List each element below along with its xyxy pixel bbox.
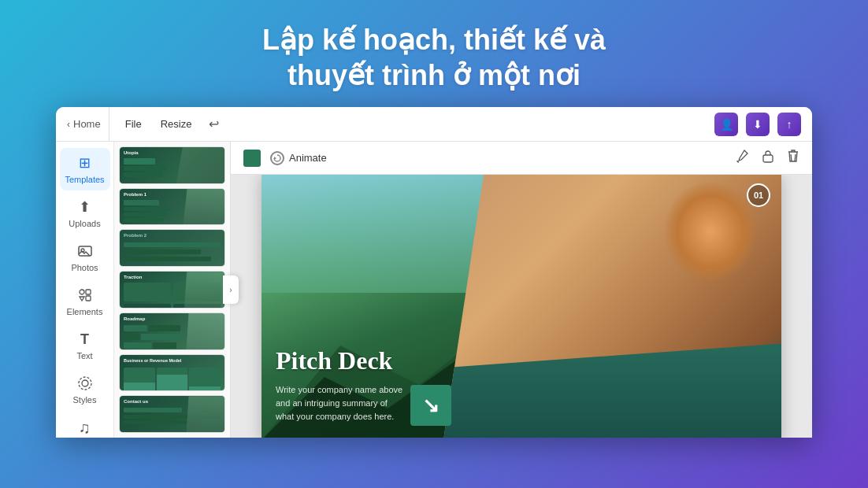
text-label: Text: [76, 351, 92, 360]
top-navbar: ‹ Home File Resize ↩ 👤 ⬇ ↑: [56, 107, 812, 142]
hero-section: Lập kế hoạch, thiết kế và thuyết trình ở…: [247, 0, 621, 107]
hero-title: Lập kế hoạch, thiết kế và thuyết trình ở…: [262, 22, 606, 93]
template-thumb-4[interactable]: Traction ↘: [119, 271, 225, 309]
user-icon-button[interactable]: 👤: [714, 113, 738, 136]
templates-label: Templates: [65, 175, 104, 184]
template-thumb-2[interactable]: Problem 1 ↘: [119, 188, 225, 226]
template-thumb-7[interactable]: Contact us ↘: [119, 395, 225, 433]
slide-text-overlay: Pitch Deck Write your company name above…: [262, 331, 547, 438]
slide-thumb-label-4: Traction: [124, 275, 142, 279]
panel-expand-button[interactable]: ›: [223, 275, 239, 304]
file-nav-item[interactable]: File: [116, 118, 151, 130]
canvas-area: Animate: [231, 142, 812, 438]
slide-thumb-label-3: Problem 2: [124, 233, 147, 238]
animate-button[interactable]: Animate: [270, 151, 327, 165]
nav-back-button[interactable]: ‹ Home: [67, 107, 109, 141]
templates-icon: ⊞: [76, 154, 94, 172]
lock-icon[interactable]: [762, 149, 774, 167]
hero-title-line1: Lập kế hoạch, thiết kế và: [262, 24, 606, 56]
resize-nav-item[interactable]: Resize: [151, 118, 202, 130]
sidebar-icons: ⊞ Templates ⬆ Uploads Photos Elements: [56, 142, 114, 438]
download-icon-button[interactable]: ⬇: [746, 113, 770, 136]
sidebar-item-styles[interactable]: Styles: [60, 368, 110, 411]
template-thumb-3[interactable]: Problem 2 ↘: [119, 229, 225, 267]
styles-icon: [76, 375, 94, 392]
slide-desc-row: Write your company name aboveand an intr…: [276, 383, 533, 426]
svg-marker-7: [274, 157, 276, 160]
templates-panel: Utopia ↘ Problem 1: [114, 142, 231, 438]
slide-thumb-label-5: Roadmap: [124, 316, 145, 321]
slide-arrow-box: ↘: [410, 385, 451, 426]
nav-right-icons: 👤 ⬇ ↑: [714, 113, 801, 136]
template-thumb-6[interactable]: Business or Revenue Model: [119, 354, 225, 392]
canvas-toolbar: Animate: [231, 142, 812, 175]
canvas-slide-wrapper: 01 Pitch Deck Write your company name ab…: [231, 175, 812, 438]
animate-label: Animate: [289, 152, 327, 164]
sidebar-item-uploads[interactable]: ⬆ Uploads: [60, 192, 110, 235]
home-nav-label: Home: [73, 118, 101, 130]
svg-rect-0: [79, 246, 91, 256]
back-chevron-icon: ‹: [67, 119, 70, 130]
svg-point-5: [82, 380, 88, 386]
share-icon-button[interactable]: ↑: [777, 113, 801, 136]
app-window: ‹ Home File Resize ↩ 👤 ⬇ ↑ ⊞ Templates ⬆…: [56, 107, 812, 438]
canvas-slide: 01 Pitch Deck Write your company name ab…: [262, 175, 781, 438]
hero-title-line2: thuyết trình ở một nơi: [287, 59, 581, 91]
slide-desc-text: Write your company name aboveand an intr…: [276, 383, 402, 423]
photos-icon: [76, 242, 94, 260]
slide-thumb-label-2: Problem 1: [124, 192, 147, 197]
sidebar-item-elements[interactable]: Elements: [60, 280, 110, 323]
templates-panel-wrapper: Utopia ↘ Problem 1: [114, 142, 231, 438]
sidebar-item-templates[interactable]: ⊞ Templates: [60, 148, 110, 190]
photos-label: Photos: [71, 263, 98, 272]
uploads-icon: ⬆: [76, 198, 94, 216]
slide-number-badge: 01: [747, 183, 770, 207]
slide-thumb-label-6: Business or Revenue Model: [124, 358, 181, 363]
template-thumb-5[interactable]: Roadmap: [119, 312, 225, 350]
elements-label: Elements: [67, 307, 103, 316]
svg-rect-4: [86, 296, 91, 301]
slide-thumb-label-1: Utopia: [124, 150, 139, 155]
svg-rect-3: [86, 290, 91, 294]
animate-icon: [270, 151, 284, 165]
svg-point-2: [80, 290, 84, 294]
undo-button[interactable]: ↩: [201, 113, 227, 135]
template-thumb-1[interactable]: Utopia ↘: [119, 146, 225, 184]
sidebar-item-text[interactable]: T Text: [60, 324, 110, 367]
music-icon: ♫: [76, 419, 94, 436]
uploads-label: Uploads: [69, 219, 100, 228]
sidebar-item-music[interactable]: ♫: [60, 412, 110, 438]
toolbar-right-icons: [735, 149, 799, 167]
svg-rect-8: [763, 155, 773, 162]
svg-point-6: [79, 377, 91, 390]
editor-body: ⊞ Templates ⬆ Uploads Photos Elements: [56, 142, 812, 438]
slide-thumb-label-7: Contact us: [124, 399, 148, 404]
slide-pitch-title: Pitch Deck: [276, 346, 533, 375]
paint-brush-icon[interactable]: [735, 149, 749, 167]
styles-label: Styles: [73, 395, 97, 405]
sidebar-item-photos[interactable]: Photos: [60, 236, 110, 279]
text-icon: T: [76, 331, 94, 348]
elements-icon: [76, 287, 94, 304]
canvas-color-box[interactable]: [243, 150, 261, 167]
delete-icon[interactable]: [787, 149, 799, 167]
